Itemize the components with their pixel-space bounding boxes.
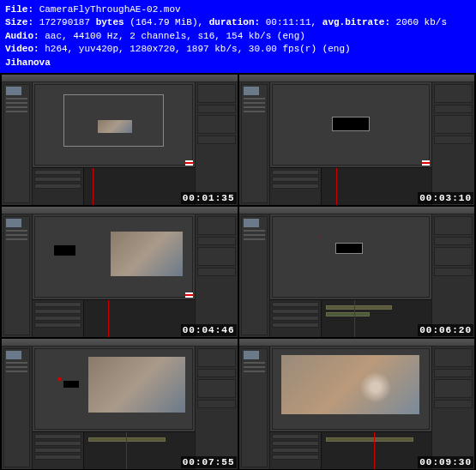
flag-icon	[185, 292, 193, 298]
size-bytes: 172790187	[39, 17, 90, 27]
video-label: Video:	[5, 44, 39, 54]
effects-panel	[431, 214, 474, 337]
bitrate-label: avg.bitrate:	[322, 17, 390, 27]
effects-panel	[431, 82, 474, 205]
project-panel	[2, 346, 33, 469]
window-titlebar	[239, 207, 475, 214]
timestamp: 00:09:30	[418, 456, 473, 468]
thumbnail: 00:03:10	[239, 75, 475, 205]
composition-viewport	[272, 348, 431, 430]
project-panel	[239, 82, 270, 205]
project-panel	[2, 82, 33, 205]
window-titlebar	[2, 339, 238, 346]
duration-value: 00:11:11,	[266, 17, 316, 27]
timeline-panel	[33, 167, 195, 205]
file-info-panel: File: CameraFlyThroughAE-02.mov Size: 17…	[0, 0, 476, 73]
effects-panel	[195, 82, 238, 205]
author-value: Jihanova	[5, 57, 51, 68]
timestamp: 00:04:46	[181, 324, 237, 336]
project-panel	[2, 214, 33, 337]
audio-label: Audio:	[5, 31, 39, 41]
bitrate-value: 2060 kb/s	[396, 17, 447, 27]
composition-viewport	[34, 348, 193, 430]
timeline-panel	[270, 167, 432, 205]
bytes-label: bytes	[96, 17, 124, 27]
thumbnail: 00:04:46	[2, 207, 238, 337]
timeline-panel	[33, 299, 195, 337]
timeline-panel	[33, 431, 195, 469]
window-titlebar	[2, 75, 238, 82]
thumbnail: 00:06:20	[239, 207, 475, 337]
thumbnail: 00:07:55	[2, 339, 238, 469]
thumbnail-grid: 00:01:35 00:03:10	[0, 73, 476, 470]
timestamp: 00:07:55	[181, 456, 237, 468]
window-titlebar	[239, 339, 475, 346]
window-titlebar	[2, 207, 238, 214]
thumbnail: 00:09:30	[239, 339, 475, 469]
timestamp: 00:06:20	[418, 324, 473, 336]
file-value: CameraFlyThroughAE-02.mov	[39, 4, 181, 15]
project-panel	[239, 214, 270, 337]
timestamp: 00:03:10	[418, 192, 473, 204]
effects-panel	[195, 346, 238, 469]
size-label: Size:	[5, 17, 33, 27]
size-mib: (164.79 MiB),	[130, 17, 203, 27]
composition-viewport	[34, 84, 193, 166]
flag-icon	[422, 160, 430, 166]
timestamp: 00:01:35	[181, 192, 237, 204]
timeline-panel	[270, 299, 432, 337]
project-panel	[239, 346, 270, 469]
timeline-panel	[270, 431, 432, 469]
effects-panel	[195, 214, 238, 337]
composition-viewport	[272, 216, 431, 298]
thumbnail: 00:01:35	[2, 75, 238, 205]
window-titlebar	[239, 75, 475, 82]
composition-viewport	[272, 84, 431, 166]
duration-label: duration:	[209, 17, 260, 27]
audio-value: aac, 44100 Hz, 2 channels, s16, 154 kb/s…	[45, 31, 305, 41]
effects-panel	[431, 346, 474, 469]
composition-viewport	[34, 216, 193, 298]
file-label: File:	[5, 4, 33, 15]
video-value: h264, yuv420p, 1280x720, 1897 kb/s, 30.0…	[45, 44, 350, 54]
flag-icon	[185, 160, 193, 166]
